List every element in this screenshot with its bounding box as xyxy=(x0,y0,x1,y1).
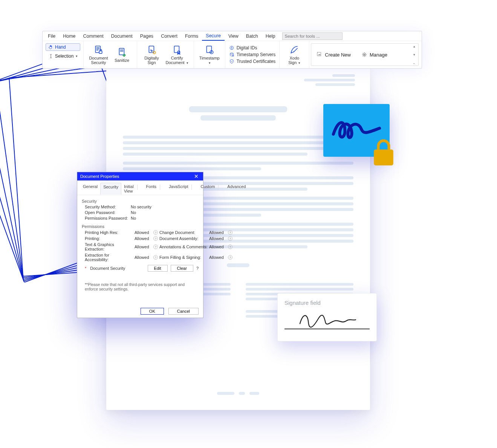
svg-rect-1 xyxy=(99,51,102,54)
permissions-grid: Printing High Res:Allowed? Change Docume… xyxy=(85,230,199,262)
signature-scribble-icon xyxy=(297,309,357,329)
menu-convert[interactable]: Convert xyxy=(157,32,181,40)
certify-button[interactable]: Certify Document ▾ xyxy=(164,43,191,67)
create-new-label: Create New xyxy=(325,52,351,58)
clear-button[interactable]: Clear xyxy=(171,265,193,272)
dialog-title-text: Document Properties xyxy=(80,174,119,179)
svg-point-14 xyxy=(364,54,365,55)
digitally-sign-button[interactable]: Digitally Sign xyxy=(140,43,164,67)
xodo-sign-button[interactable]: Xodo Sign ▾ xyxy=(283,43,306,67)
create-new-button[interactable]: Create New xyxy=(317,52,351,58)
sec-method-key: Security Method: xyxy=(85,205,131,209)
tab-initial-view[interactable]: Initial View xyxy=(121,183,136,195)
menu-batch[interactable]: Batch xyxy=(242,32,262,40)
perm-assembly-v: Allowed xyxy=(209,236,227,241)
trusted-certs-button[interactable]: Trusted Certificates xyxy=(229,59,276,64)
doc-security-link[interactable]: Document Security xyxy=(90,266,125,271)
ok-button[interactable]: OK xyxy=(141,308,164,315)
selection-tool[interactable]: Selection ▾ xyxy=(46,52,80,60)
svg-rect-13 xyxy=(317,52,321,56)
tab-custom[interactable]: Custom xyxy=(198,183,217,195)
gear-icon xyxy=(361,52,367,58)
menu-document[interactable]: Document xyxy=(107,32,136,40)
permissions-section-label: Permissions xyxy=(82,224,199,229)
pen-square-icon xyxy=(317,52,323,58)
gallery-scroll[interactable]: ▴ ▾ ⌄ xyxy=(411,44,417,65)
chevron-double-down-icon: ⌄ xyxy=(413,61,416,65)
perm-pw-val: No xyxy=(131,216,136,220)
tab-security[interactable]: Security xyxy=(100,183,121,195)
chevron-down-icon: ▾ xyxy=(76,54,78,58)
perm-change-doc-v: Allowed xyxy=(209,230,227,235)
menu-home[interactable]: Home xyxy=(59,32,79,40)
dialog-titlebar: Document Properties ✕ xyxy=(77,172,203,180)
perm-printing-v: Allowed xyxy=(135,236,153,241)
perm-change-doc-k: Change Document: xyxy=(159,230,208,235)
digital-ids-button[interactable]: Digital IDs xyxy=(229,45,276,50)
clock-db-icon xyxy=(229,52,234,57)
help-icon[interactable]: ? xyxy=(153,255,158,260)
timestamp-button[interactable]: Timestamp▾ xyxy=(197,43,222,67)
menu-help[interactable]: Help xyxy=(262,32,279,40)
chevron-up-icon: ▴ xyxy=(413,44,415,48)
search-input[interactable] xyxy=(282,32,343,40)
menu-file[interactable]: File xyxy=(44,32,59,40)
perm-print-hires-k: Printing High Res: xyxy=(85,230,134,235)
lock-icon xyxy=(369,137,398,168)
help-icon[interactable]: ? xyxy=(228,245,232,249)
doc-security-label: Document Security xyxy=(89,56,108,65)
help-icon[interactable]: ? xyxy=(228,230,232,235)
cert-group: Digital IDs Timestamp Servers Trusted Ce… xyxy=(225,41,280,68)
tab-javascript[interactable]: JavaScript xyxy=(166,183,191,195)
cancel-button[interactable]: Cancel xyxy=(168,308,199,315)
text-cursor-icon xyxy=(48,54,54,59)
signature-gallery: Create New Manage ▴ ▾ ⌄ xyxy=(311,43,419,66)
svg-point-11 xyxy=(230,53,233,54)
manage-label: Manage xyxy=(370,52,387,58)
sign-icon xyxy=(147,44,157,55)
timestamp-servers-button[interactable]: Timestamp Servers xyxy=(229,52,276,57)
digitally-sign-label: Digitally Sign xyxy=(144,56,159,65)
sanitize-icon xyxy=(117,47,127,57)
svg-rect-5 xyxy=(174,46,179,52)
signature-field-card: Signature field xyxy=(277,293,377,341)
tab-advanced[interactable]: Advanced xyxy=(225,183,248,195)
document-security-button[interactable]: Document Security xyxy=(87,43,110,67)
perm-printing-k: Printing: xyxy=(85,236,134,241)
help-icon[interactable]: ? xyxy=(153,230,158,235)
timestamp-label: Timestamp▾ xyxy=(199,56,220,65)
sign-lock-badge xyxy=(323,104,390,157)
hand-tool[interactable]: Hand xyxy=(46,43,80,51)
perm-annot-k: Annotations & Comments: xyxy=(159,245,208,249)
id-icon xyxy=(229,45,234,50)
tab-general[interactable]: General xyxy=(80,183,100,195)
asterisk-icon: * xyxy=(85,266,86,271)
hand-label: Hand xyxy=(55,44,66,50)
timestamp-icon xyxy=(204,44,215,55)
doc-lock-icon xyxy=(93,44,104,55)
selection-label: Selection xyxy=(55,54,73,59)
menu-view[interactable]: View xyxy=(225,32,242,40)
help-icon[interactable]: ? xyxy=(228,236,232,241)
page-header-block xyxy=(298,72,355,88)
cursor-group: Hand Selection ▾ xyxy=(43,41,84,68)
help-icon[interactable]: ? xyxy=(153,236,158,241)
help-icon[interactable]: ? xyxy=(228,255,232,260)
document-properties-dialog: Document Properties ✕ General Security I… xyxy=(77,172,203,318)
help-icon[interactable]: ? xyxy=(153,245,158,249)
shield-cert-icon xyxy=(229,59,234,64)
search-tools xyxy=(282,32,343,40)
perm-annot-v: Allowed xyxy=(209,245,227,249)
help-icon[interactable]: ? xyxy=(196,266,199,271)
sanitize-button[interactable]: Sanitize xyxy=(110,43,134,67)
menu-pages[interactable]: Pages xyxy=(136,32,157,40)
chevron-down-icon: ▾ xyxy=(413,53,415,57)
menu-comment[interactable]: Comment xyxy=(80,32,107,40)
edit-button[interactable]: Edit xyxy=(148,265,168,272)
menu-forms[interactable]: Forms xyxy=(181,32,202,40)
tab-fonts[interactable]: Fonts xyxy=(144,183,159,195)
svg-point-10 xyxy=(231,47,232,48)
manage-button[interactable]: Manage xyxy=(361,52,387,58)
close-icon[interactable]: ✕ xyxy=(193,173,200,179)
menu-secure[interactable]: Secure xyxy=(202,32,225,41)
